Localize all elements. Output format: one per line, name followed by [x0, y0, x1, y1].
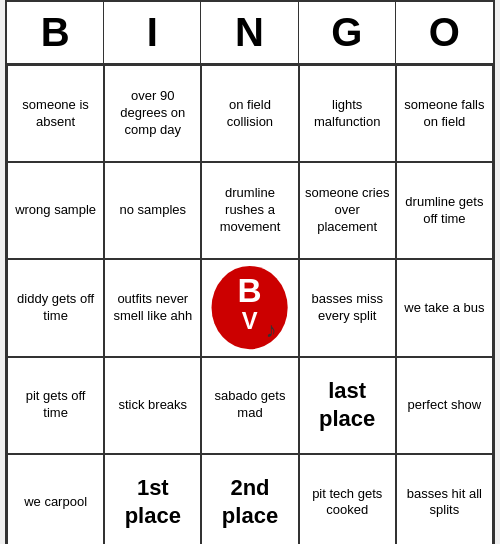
bingo-cell: basses miss every split	[299, 259, 396, 356]
bingo-cell: diddy gets off time	[7, 259, 104, 356]
bingo-cell: we carpool	[7, 454, 104, 544]
svg-text:♪: ♪	[266, 319, 277, 343]
bingo-grid: someone is absentover 90 degrees on comp…	[7, 65, 493, 544]
bingo-cell: wrong sample	[7, 162, 104, 259]
bingo-header: BINGO	[7, 2, 493, 65]
svg-text:V: V	[242, 307, 258, 334]
bingo-letter: I	[104, 2, 201, 63]
bingo-cell: 2nd place	[201, 454, 298, 544]
svg-text:B: B	[238, 272, 262, 309]
bingo-card: BINGO someone is absentover 90 degrees o…	[5, 0, 495, 544]
bingo-letter: B	[7, 2, 104, 63]
bingo-cell: someone falls on field	[396, 65, 493, 162]
bingo-cell: B V ♪	[201, 259, 298, 356]
bingo-cell: pit gets off time	[7, 357, 104, 454]
bingo-cell: drumline rushes a movement	[201, 162, 298, 259]
bingo-cell: perfect show	[396, 357, 493, 454]
bingo-letter: O	[396, 2, 493, 63]
bingo-cell: sabado gets mad	[201, 357, 298, 454]
bingo-cell: outfits never smell like ahh	[104, 259, 201, 356]
bingo-cell: 1st place	[104, 454, 201, 544]
bingo-cell: someone cries over placement	[299, 162, 396, 259]
bingo-cell: over 90 degrees on comp day	[104, 65, 201, 162]
bingo-letter: N	[201, 2, 298, 63]
bingo-cell: on field collision	[201, 65, 298, 162]
bingo-cell: someone is absent	[7, 65, 104, 162]
bingo-cell: we take a bus	[396, 259, 493, 356]
bingo-letter: G	[299, 2, 396, 63]
bingo-cell: no samples	[104, 162, 201, 259]
bingo-cell: drumline gets off time	[396, 162, 493, 259]
bingo-cell: basses hit all splits	[396, 454, 493, 544]
bingo-cell: pit tech gets cooked	[299, 454, 396, 544]
bingo-cell: last place	[299, 357, 396, 454]
bingo-cell: stick breaks	[104, 357, 201, 454]
bingo-cell: lights malfunction	[299, 65, 396, 162]
